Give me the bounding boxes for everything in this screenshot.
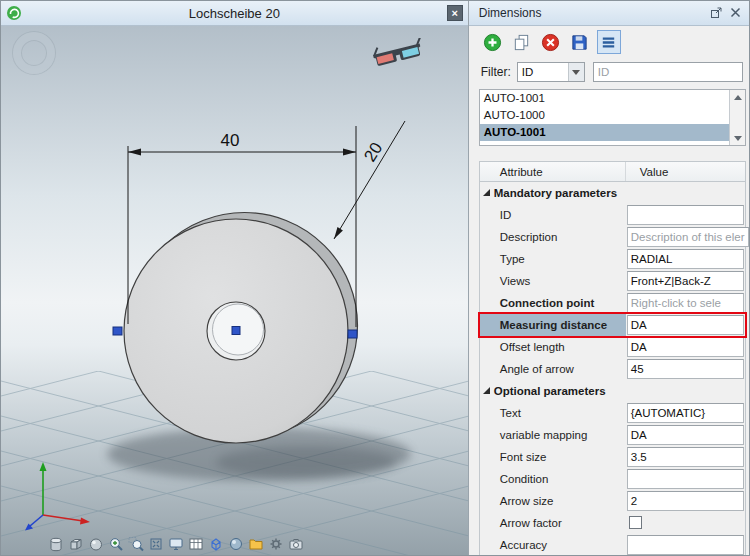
right-connection-handle[interactable]: [348, 330, 357, 338]
parameter-label: Font size: [480, 446, 626, 468]
attribute-table: Attribute Value Mandatory parametersIDDe…: [479, 161, 746, 555]
parameter-row[interactable]: Measuring distanceDA: [480, 314, 745, 336]
parameter-row[interactable]: Accuracy: [480, 534, 745, 555]
parameter-row[interactable]: TypeRADIAL: [480, 248, 745, 270]
filter-row: Filter: ID: [469, 58, 749, 86]
parameter-label: Text: [480, 402, 626, 424]
value-input[interactable]: [627, 205, 744, 225]
scroll-down-icon[interactable]: [730, 131, 745, 145]
parameter-value-cell: Front+Z|Back-Z: [626, 270, 745, 292]
gear-icon[interactable]: [267, 535, 285, 553]
viewport-title: Lochscheibe 20: [1, 6, 468, 21]
value-input[interactable]: RADIAL: [627, 249, 744, 269]
monitor-icon[interactable]: [167, 535, 185, 553]
parameter-row[interactable]: Font size3.5: [480, 446, 745, 468]
list-item[interactable]: AUTO-1001: [480, 90, 729, 107]
list-item[interactable]: AUTO-1000: [480, 107, 729, 124]
parameter-value-cell: [626, 468, 745, 490]
cylinder-icon[interactable]: [47, 535, 65, 553]
value-input[interactable]: DA: [627, 337, 744, 357]
viewport-titlebar[interactable]: Lochscheibe 20 ×: [1, 1, 468, 26]
scroll-up-icon[interactable]: [730, 90, 745, 104]
parameter-row[interactable]: ID: [480, 204, 745, 226]
parameter-label: Arrow size: [480, 490, 626, 512]
filter-label: Filter:: [481, 65, 511, 79]
copy-button[interactable]: [510, 30, 534, 54]
value-input[interactable]: DA: [627, 425, 744, 445]
chevron-down-icon[interactable]: [568, 63, 584, 81]
shaded-sphere-icon[interactable]: [227, 535, 245, 553]
checkbox[interactable]: [629, 516, 642, 529]
parameter-group-row[interactable]: Optional parameters: [480, 380, 745, 402]
parameter-row[interactable]: Text{AUTOMATIC}: [480, 402, 745, 424]
parameter-value-cell: [626, 534, 745, 555]
column-header-attribute[interactable]: Attribute: [480, 162, 626, 181]
menu-button[interactable]: [597, 30, 621, 54]
scrollbar-track[interactable]: [730, 104, 745, 131]
parameter-label: Views: [480, 270, 626, 292]
filter-input[interactable]: [593, 62, 743, 82]
parameter-row[interactable]: Condition: [480, 468, 745, 490]
value-input[interactable]: 45: [627, 359, 744, 379]
zoom-in-icon[interactable]: [107, 535, 125, 553]
viewport-toolbar: [47, 535, 305, 553]
parameter-value-cell: Description of this eler: [626, 226, 749, 248]
parameter-row[interactable]: Connection pointRight-click to sele: [480, 292, 745, 314]
camera-icon[interactable]: [287, 535, 305, 553]
wireframe-cube-icon[interactable]: [207, 535, 225, 553]
save-button[interactable]: [568, 30, 592, 54]
parameter-row[interactable]: Offset lengthDA: [480, 336, 745, 358]
parameter-row[interactable]: ViewsFront+Z|Back-Z: [480, 270, 745, 292]
left-connection-handle[interactable]: [113, 327, 122, 335]
parameter-row[interactable]: DescriptionDescription of this eler: [480, 226, 745, 248]
parameter-label: ID: [480, 204, 626, 226]
parameter-value-cell: DA: [626, 424, 745, 446]
3d-glasses-icon[interactable]: [370, 38, 426, 74]
cube-icon[interactable]: [67, 535, 85, 553]
column-header-value[interactable]: Value: [626, 162, 745, 181]
value-input[interactable]: Front+Z|Back-Z: [627, 271, 744, 291]
fit-view-icon[interactable]: [147, 535, 165, 553]
close-panel-button[interactable]: [727, 5, 743, 21]
parameter-row[interactable]: variable mappingDA: [480, 424, 745, 446]
parameter-value-cell: {AUTOMATIC}: [626, 402, 745, 424]
navigation-wheel[interactable]: [13, 32, 55, 74]
dimension-40-label[interactable]: 40: [221, 131, 240, 150]
list-scrollbar[interactable]: [729, 90, 745, 145]
value-input[interactable]: Right-click to sele: [627, 293, 744, 313]
parameter-row[interactable]: Arrow factor: [480, 512, 745, 534]
value-input[interactable]: [627, 469, 744, 489]
value-input[interactable]: {AUTOMATIC}: [627, 403, 744, 423]
filter-type-dropdown[interactable]: ID: [517, 62, 585, 82]
delete-icon: [541, 33, 560, 52]
parameter-group-row[interactable]: Mandatory parameters: [480, 182, 745, 204]
collapse-triangle-icon[interactable]: [483, 387, 490, 394]
viewport-3d[interactable]: 40 20: [1, 26, 468, 555]
folder-icon[interactable]: [247, 535, 265, 553]
value-input[interactable]: [627, 535, 744, 555]
zoom-window-icon[interactable]: [127, 535, 145, 553]
parameter-label: Connection point: [480, 292, 626, 314]
section-grid-icon[interactable]: [187, 535, 205, 553]
value-input[interactable]: DA: [627, 315, 744, 335]
sphere-icon[interactable]: [87, 535, 105, 553]
undock-panel-button[interactable]: [708, 5, 724, 21]
parameter-row[interactable]: Angle of arrow45: [480, 358, 745, 380]
parameter-label: variable mapping: [480, 424, 626, 446]
viewport-close-button[interactable]: ×: [447, 5, 463, 21]
parameter-value-cell: RADIAL: [626, 248, 745, 270]
value-input[interactable]: Description of this eler: [627, 227, 749, 247]
filter-selected-value: ID: [518, 66, 568, 78]
parameter-row[interactable]: Arrow size2: [480, 490, 745, 512]
axis-triad-icon: [13, 457, 99, 533]
list-item[interactable]: AUTO-1001: [480, 124, 729, 141]
dimensions-titlebar[interactable]: Dimensions: [469, 1, 749, 26]
add-button[interactable]: [481, 30, 505, 54]
parameter-label: Arrow factor: [480, 512, 626, 534]
delete-button[interactable]: [539, 30, 563, 54]
dimension-list[interactable]: AUTO-1001AUTO-1000AUTO-1001: [480, 90, 729, 145]
center-connection-handle[interactable]: [232, 327, 240, 335]
value-input[interactable]: 2: [627, 491, 744, 511]
value-input[interactable]: 3.5: [627, 447, 744, 467]
collapse-triangle-icon[interactable]: [483, 189, 490, 196]
